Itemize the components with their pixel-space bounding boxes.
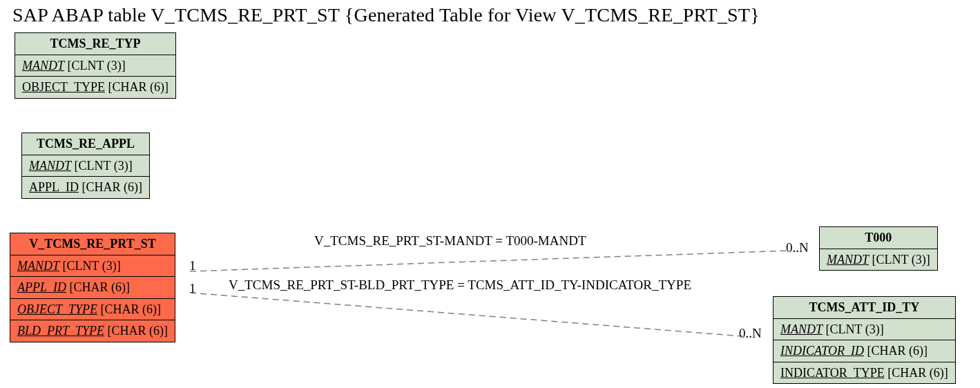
entity-field: OBJECT_TYPE [CHAR (6)] [15,77,176,99]
entity-header: V_TCMS_RE_PRT_ST [10,233,175,255]
cardinality-label: 1 [189,258,196,273]
entity-header: T000 [820,227,938,249]
cardinality-label: 0..N [786,240,809,255]
cardinality-label: 1 [189,281,196,296]
relationship-label: V_TCMS_RE_PRT_ST-BLD_PRT_TYPE = TCMS_ATT… [229,278,691,293]
connector-line [190,293,742,336]
entity-field: APPL_ID [CHAR (6)] [22,177,150,199]
entity-field: OBJECT_TYPE [CHAR (6)] [10,298,175,320]
relationship-label: V_TCMS_RE_PRT_ST-MANDT = T000-MANDT [314,233,586,249]
entity-field: APPL_ID [CHAR (6)] [10,277,175,299]
connector-line [190,251,791,271]
entity-t000: T000 MANDT [CLNT (3)] [819,226,938,271]
entity-field: MANDT [CLNT (3)] [22,155,150,177]
page-title: SAP ABAP table V_TCMS_RE_PRT_ST {Generat… [12,4,760,26]
entity-field: MANDT [CLNT (3)] [820,249,938,271]
entity-field: MANDT [CLNT (3)] [774,318,956,340]
entity-header: TCMS_RE_APPL [22,133,150,155]
entity-field: MANDT [CLNT (3)] [15,55,176,77]
entity-field: BLD_PRT_TYPE [CHAR (6)] [10,320,175,342]
entity-tcms-att-id-ty: TCMS_ATT_ID_TY MANDT [CLNT (3)] INDICATO… [773,296,956,384]
entity-tcms-re-appl: TCMS_RE_APPL MANDT [CLNT (3)] APPL_ID [C… [21,133,150,199]
entity-v-tcms-re-prt-st: V_TCMS_RE_PRT_ST MANDT [CLNT (3)] APPL_I… [10,233,175,342]
entity-header: TCMS_RE_TYP [15,33,176,55]
entity-field: MANDT [CLNT (3)] [10,255,175,277]
entity-field: INDICATOR_TYPE [CHAR (6)] [774,362,956,384]
cardinality-label: 0..N [739,326,762,341]
entity-tcms-re-typ: TCMS_RE_TYP MANDT [CLNT (3)] OBJECT_TYPE… [15,32,176,99]
entity-field: INDICATOR_ID [CHAR (6)] [774,340,956,362]
entity-header: TCMS_ATT_ID_TY [774,297,956,319]
